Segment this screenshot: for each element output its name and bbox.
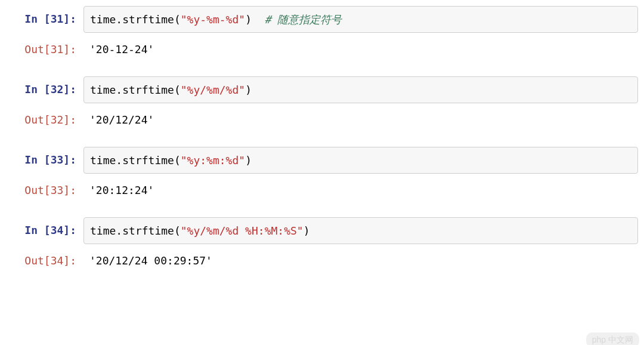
- code-close-paren: ): [304, 224, 310, 237]
- code-dot: .: [116, 13, 122, 26]
- notebook-cell-input: In [33]: time.strftime("%y:%m:%d"): [0, 147, 644, 174]
- cell-spacer: [0, 136, 644, 147]
- code-object: time: [90, 84, 116, 96]
- in-prompt: In [33]:: [0, 147, 83, 174]
- code-object: time: [90, 154, 116, 167]
- out-prompt: Out[34]:: [0, 248, 83, 273]
- code-open-paren: (: [174, 224, 181, 237]
- code-output: '20:12:24': [83, 177, 644, 203]
- code-input[interactable]: time.strftime("%y:%m:%d"): [83, 147, 638, 174]
- notebook-cell-input: In [31]: time.strftime("%y-%m-%d") # 随意指…: [0, 6, 644, 33]
- cell-spacer: [0, 207, 644, 217]
- code-output: '20/12/24 00:29:57': [83, 248, 644, 273]
- code-function: strftime: [122, 224, 174, 237]
- code-close-paren: ): [245, 154, 252, 167]
- code-input[interactable]: time.strftime("%y-%m-%d") # 随意指定符号: [83, 6, 638, 33]
- code-open-paren: (: [174, 13, 181, 26]
- notebook-viewport: In [31]: time.strftime("%y-%m-%d") # 随意指…: [0, 6, 644, 345]
- code-close-paren: ): [245, 13, 252, 26]
- notebook-cell-input: In [34]: time.strftime("%y/%m/%d %H:%M:%…: [0, 217, 644, 244]
- code-dot: .: [116, 154, 122, 167]
- in-prompt: In [31]:: [0, 6, 83, 33]
- out-prompt: Out[32]:: [0, 107, 83, 133]
- code-input[interactable]: time.strftime("%y/%m/%d"): [83, 76, 638, 103]
- code-open-paren: (: [174, 84, 181, 96]
- notebook-cell-output: Out[31]: '20-12-24': [0, 36, 644, 62]
- out-prompt: Out[33]:: [0, 177, 83, 203]
- code-string: "%y-%m-%d": [181, 13, 245, 26]
- notebook-cell-output: Out[34]: '20/12/24 00:29:57': [0, 248, 644, 273]
- code-close-paren: ): [245, 84, 252, 96]
- in-prompt: In [32]:: [0, 76, 83, 103]
- watermark-badge: php 中文网: [586, 332, 639, 345]
- notebook-cell-input: In [32]: time.strftime("%y/%m/%d"): [0, 76, 644, 103]
- notebook-cell-output: Out[33]: '20:12:24': [0, 177, 644, 203]
- notebook-cell-output: Out[32]: '20/12/24': [0, 107, 644, 133]
- code-function: strftime: [122, 13, 174, 26]
- code-dot: .: [116, 224, 122, 237]
- code-output: '20/12/24': [83, 107, 644, 133]
- code-open-paren: (: [174, 154, 181, 167]
- cell-spacer: [0, 66, 644, 76]
- code-object: time: [90, 224, 116, 237]
- code-string: "%y:%m:%d": [181, 154, 245, 167]
- code-object: time: [90, 13, 116, 26]
- code-comment: # 随意指定符号: [252, 13, 342, 26]
- code-output: '20-12-24': [83, 36, 644, 62]
- out-prompt: Out[31]:: [0, 36, 83, 62]
- code-string: "%y/%m/%d %H:%M:%S": [181, 224, 304, 237]
- code-string: "%y/%m/%d": [181, 84, 245, 96]
- in-prompt: In [34]:: [0, 217, 83, 244]
- code-function: strftime: [122, 154, 174, 167]
- code-input[interactable]: time.strftime("%y/%m/%d %H:%M:%S"): [83, 217, 638, 244]
- code-function: strftime: [122, 84, 174, 96]
- code-dot: .: [116, 84, 122, 96]
